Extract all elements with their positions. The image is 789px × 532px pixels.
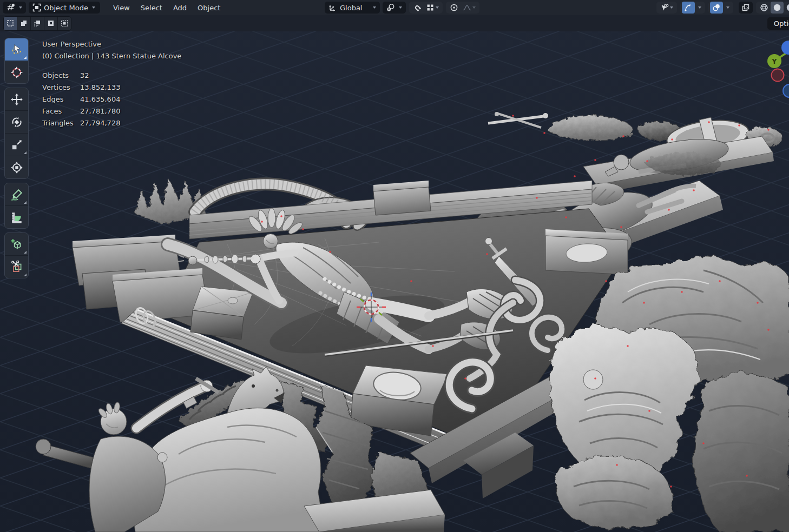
proportional-group <box>446 2 479 14</box>
shading-wireframe[interactable] <box>758 2 771 14</box>
show-object-types-dropdown[interactable] <box>658 2 675 14</box>
menu-object[interactable]: Object <box>192 2 226 14</box>
gizmos-group <box>680 2 705 14</box>
collection-breadcrumb: (0) Collection | 143 Stern Statue Alcove <box>42 50 181 62</box>
viewport-header: Object Mode View Select Add Object Globa… <box>0 0 789 15</box>
statistics-table: Objects32 Vertices13,852,133 Edges41,635… <box>42 70 181 129</box>
editor-type-icon <box>6 3 15 12</box>
wireframe-sphere-icon <box>760 3 768 12</box>
tool-annotate[interactable] <box>5 183 28 206</box>
rotate-tool-icon <box>10 116 23 129</box>
editor-type-selector[interactable] <box>3 2 26 14</box>
gizmos-dropdown[interactable] <box>695 2 703 14</box>
snap-magnet-icon <box>413 3 422 12</box>
snap-target-dropdown[interactable] <box>383 2 406 14</box>
stat-row-edges: Edges41,635,604 <box>42 94 181 105</box>
proportional-falloff-dropdown[interactable] <box>461 2 478 14</box>
shading-material[interactable] <box>784 2 789 14</box>
chevron-down-icon <box>92 6 95 9</box>
tool-move[interactable] <box>5 88 28 111</box>
select-mode-invert[interactable] <box>44 17 58 30</box>
chevron-down-icon <box>472 6 476 9</box>
snap-increment-grid-icon <box>426 3 435 12</box>
select-mode-new[interactable] <box>4 17 17 30</box>
chevron-down-icon <box>399 6 402 9</box>
shading-solid[interactable] <box>771 2 784 14</box>
axis-label-y: Y <box>772 58 777 65</box>
chevron-down-icon <box>726 6 729 9</box>
object-visibility-group <box>656 2 677 14</box>
viewport-gizmos-icon <box>684 3 693 12</box>
chevron-down-icon <box>373 6 376 9</box>
menu-select[interactable]: Select <box>135 2 168 14</box>
falloff-curve-icon <box>463 3 471 12</box>
options-button[interactable]: Options <box>767 17 789 30</box>
show-object-types-icon <box>660 3 669 12</box>
tool-cursor[interactable] <box>5 61 28 83</box>
tool-transform[interactable] <box>5 156 28 178</box>
tool-rotate[interactable] <box>5 111 28 134</box>
material-preview-sphere-icon <box>786 3 789 12</box>
stat-row-vertices: Vertices13,852,133 <box>42 82 181 94</box>
tool-add-cube[interactable] <box>5 233 28 256</box>
menu-add[interactable]: Add <box>168 2 192 14</box>
chevron-down-icon <box>670 6 673 9</box>
mode-label: Object Mode <box>44 4 88 12</box>
chevron-down-icon <box>19 6 22 9</box>
tweak-select-icon <box>10 43 23 56</box>
tool-measure[interactable] <box>5 206 28 228</box>
snap-toggle[interactable] <box>411 2 424 14</box>
object-mode-icon <box>32 3 41 12</box>
toggle-xray-icon <box>741 3 750 12</box>
chevron-down-icon <box>698 6 701 9</box>
solid-sphere-icon <box>773 3 781 12</box>
tool-tweak-select[interactable] <box>5 38 28 61</box>
proportional-editing-icon <box>450 3 458 12</box>
select-invert-icon <box>47 19 55 27</box>
measure-ruler-icon <box>10 211 23 224</box>
transform-tool-icon <box>10 161 23 174</box>
overlays-toggle[interactable] <box>710 2 723 14</box>
snap-group <box>409 2 443 14</box>
select-mode-intersect[interactable] <box>58 17 71 30</box>
cursor-tool-icon <box>10 66 23 79</box>
stat-row-objects: Objects32 <box>42 70 181 82</box>
shading-mode-group <box>756 2 789 14</box>
viewport-overlays-icon <box>712 3 721 12</box>
select-mode-extend[interactable] <box>17 17 31 30</box>
add-cube-icon <box>10 238 23 251</box>
select-new-icon <box>6 19 14 27</box>
proportional-editing-toggle[interactable] <box>448 2 461 14</box>
snap-target-icon <box>386 3 395 12</box>
snap-with-dropdown[interactable] <box>424 2 441 14</box>
transform-orientation-dropdown[interactable]: Global <box>325 2 380 14</box>
select-subtract-icon <box>34 19 41 27</box>
scale-tool-icon <box>10 138 23 151</box>
toolbar <box>4 38 29 278</box>
transform-orientation-axes-icon <box>328 3 337 12</box>
gizmos-toggle[interactable] <box>682 2 695 14</box>
view-perspective-label: User Perspective <box>42 38 181 50</box>
box-cut-scissors-icon <box>10 261 23 274</box>
mode-dropdown[interactable]: Object Mode <box>29 2 100 14</box>
select-mode-group <box>3 16 71 31</box>
overlays-group <box>708 2 733 14</box>
tool-scale[interactable] <box>5 134 28 156</box>
menu-view[interactable]: View <box>108 2 135 14</box>
select-extend-icon <box>20 19 28 27</box>
stat-row-faces: Faces27,781,780 <box>42 105 181 117</box>
viewport-info-overlay: User Perspective (0) Collection | 143 St… <box>42 38 181 129</box>
xray-toggle[interactable] <box>739 2 753 14</box>
select-intersect-icon <box>61 19 68 27</box>
tool-box-cut[interactable] <box>5 256 28 278</box>
chevron-down-icon <box>436 6 439 9</box>
tool-settings-bar: Options <box>0 15 789 31</box>
orientation-label: Global <box>340 4 362 12</box>
overlays-dropdown[interactable] <box>723 2 732 14</box>
select-mode-subtract[interactable] <box>31 17 44 30</box>
annotate-pen-icon <box>10 188 23 201</box>
axis-ball-neg-x <box>772 69 784 82</box>
move-tool-icon <box>10 93 23 106</box>
stat-row-triangles: Triangles27,794,728 <box>42 117 181 129</box>
